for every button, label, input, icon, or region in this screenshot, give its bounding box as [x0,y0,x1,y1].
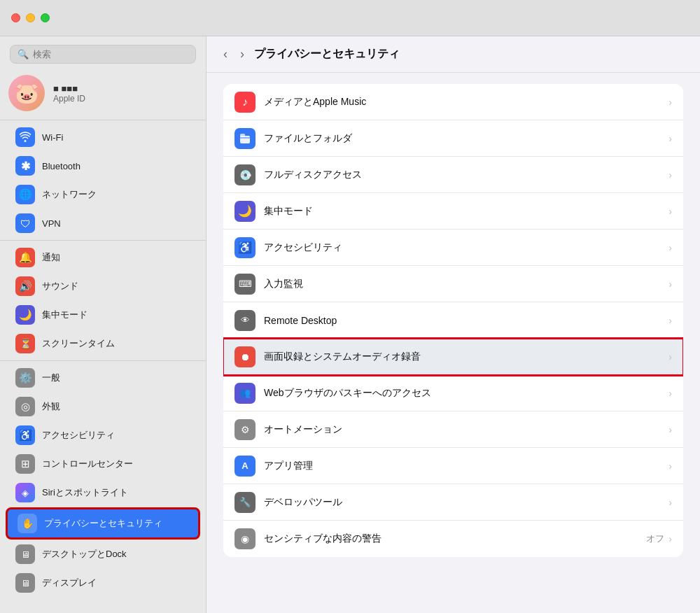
focus-icon: 🌙 [15,305,35,325]
desktop-icon: 🖥 [15,544,35,564]
settings-item-label: メディアとApple Music [264,96,668,108]
apple-id-name: ■ ■■■ [53,83,85,94]
sidebar-item-label: デスクトップとDock [42,548,127,561]
sidebar-item-wifi[interactable]: Wi-Fi [6,123,200,151]
settings-item-accessibility[interactable]: ♿ アクセシビリティ › [223,230,683,266]
chevron-icon: › [668,133,672,144]
settings-item-screen[interactable]: ⏺ 画面収録とシステムオーディオ録音 › [223,339,683,375]
panel-header: ‹ › プライバシーとセキュリティ [206,36,700,73]
chevron-icon: › [668,97,672,108]
search-icon: 🔍 [18,49,29,59]
search-input[interactable] [33,49,188,59]
sidebar-item-screentime[interactable]: ⏳ スクリーンタイム [6,330,200,358]
sidebar-item-label: Bluetooth [42,161,80,171]
chevron-icon: › [668,206,672,217]
settings-item-label: オートメーション [264,423,668,436]
traffic-lights [11,13,50,22]
appearance-icon: ◎ [15,397,35,416]
settings-item-label: デベロッパツール [264,496,668,509]
siri-icon: ◈ [15,483,35,502]
privacy-icon: ✋ [18,514,37,533]
sidebar-item-label: Wi-Fi [42,132,63,143]
vpn-icon: 🛡 [15,213,35,233]
chevron-icon: › [668,460,672,472]
maximize-button[interactable] [41,13,50,22]
settings-item-remote[interactable]: 👁 Remote Desktop › [223,302,683,339]
settings-item-input[interactable]: ⌨ 入力監視 › [223,266,683,302]
sidebar-item-label: プライバシーとセキュリティ [44,517,162,530]
sidebar-item-notify[interactable]: 🔔 通知 [6,244,200,272]
sidebar-item-label: 集中モード [42,309,88,321]
sidebar-item-network[interactable]: 🌐 ネットワーク [6,181,200,209]
chevron-icon: › [668,242,672,253]
settings-item-disk[interactable]: 💽 フルディスクアクセス › [223,157,683,193]
sidebar-divider [0,120,206,120]
sidebar-item-sound[interactable]: 🔊 サウンド [6,272,200,300]
sidebar-divider-2 [0,240,206,241]
search-container: 🔍 [0,36,206,69]
sidebar-item-focus[interactable]: 🌙 集中モード [6,301,200,329]
sidebar-item-siri[interactable]: ◈ Siriとスポットライト [6,479,200,507]
sidebar-item-label: Siriとスポットライト [42,486,128,499]
input-icon: ⌨ [234,274,255,295]
sidebar: 🔍 🐷 ■ ■■■ Apple ID [0,36,206,613]
sidebar-item-label: アクセシビリティ [42,429,115,442]
settings-item-dev[interactable]: 🔧 デベロッパツール › [223,484,683,521]
sidebar-item-appearance[interactable]: ◎ 外観 [6,393,200,421]
sensitive-icon: ◉ [234,528,255,549]
wifi-icon [15,127,35,147]
files-icon [234,128,255,149]
sidebar-item-vpn[interactable]: 🛡 VPN [6,209,200,237]
settings-item-sensitive[interactable]: ◉ センシティブな内容の警告 オフ › [223,521,683,557]
screentime-icon: ⏳ [15,334,35,353]
sidebar-item-label: VPN [42,218,61,229]
settings-item-label: フルディスクアクセス [264,169,668,181]
close-button[interactable] [11,13,20,22]
sidebar-item-label: 通知 [42,251,60,264]
settings-item-label: Remote Desktop [264,315,668,326]
avatar: 🐷 [8,75,45,111]
screen-icon: ⏺ [234,346,255,367]
sidebar-item-accessibility[interactable]: ♿ アクセシビリティ [6,421,200,449]
settings-list: ♪ メディアとApple Music › ファイルとフォルダ › [223,84,683,557]
sidebar-item-privacy[interactable]: ✋ プライバシーとセキュリティ [6,507,200,540]
sidebar-divider-3 [0,360,206,361]
settings-item-files[interactable]: ファイルとフォルダ › [223,120,683,157]
settings-item-label: 画面収録とシステムオーディオ録音 [264,351,668,363]
notify-icon: 🔔 [15,248,35,267]
sidebar-item-label: サウンド [42,280,78,293]
settings-item-label: センシティブな内容の警告 [264,533,646,545]
chevron-icon: › [668,315,672,326]
panel-title: プライバシーとセキュリティ [254,47,400,62]
settings-item-appstore[interactable]: A アプリ管理 › [223,448,683,484]
bluetooth-icon: ✱ [15,156,35,176]
settings-item-focus[interactable]: 🌙 集中モード › [223,193,683,230]
apple-id-label: Apple ID [53,94,85,104]
apple-id-section[interactable]: 🐷 ■ ■■■ Apple ID [0,69,206,117]
settings-item-music[interactable]: ♪ メディアとApple Music › [223,84,683,120]
sidebar-item-bluetooth[interactable]: ✱ Bluetooth [6,152,200,180]
sidebar-item-display[interactable]: 🖥 ディスプレイ [6,569,200,597]
back-button[interactable]: ‹ [220,44,230,64]
minimize-button[interactable] [26,13,35,22]
sidebar-item-desktop[interactable]: 🖥 デスクトップとDock [6,540,200,568]
chevron-icon: › [668,169,672,181]
sidebar-item-control[interactable]: ⊞ コントロールセンター [6,450,200,478]
settings-item-label: ファイルとフォルダ [264,132,668,145]
remote-icon: 👁 [234,310,255,331]
sidebar-item-label: ネットワーク [42,188,97,201]
forward-button[interactable]: › [237,44,247,64]
settings-item-web[interactable]: 👥 Webブラウザのパスキーへのアクセス › [223,375,683,411]
search-box[interactable]: 🔍 [10,45,196,64]
main-container: 🔍 🐷 ■ ■■■ Apple ID [0,36,700,613]
sidebar-item-general[interactable]: ⚙️ 一般 [6,364,200,392]
apple-id-info: ■ ■■■ Apple ID [53,83,85,104]
music-icon: ♪ [234,92,255,113]
disk-icon: 💽 [234,164,255,185]
settings-item-automation[interactable]: ⚙ オートメーション › [223,411,683,448]
display-icon: 🖥 [15,573,35,593]
settings-item-label: 集中モード [264,205,668,218]
settings-item-value: オフ [646,533,664,545]
web-icon: 👥 [234,383,255,404]
sound-icon: 🔊 [15,276,35,296]
